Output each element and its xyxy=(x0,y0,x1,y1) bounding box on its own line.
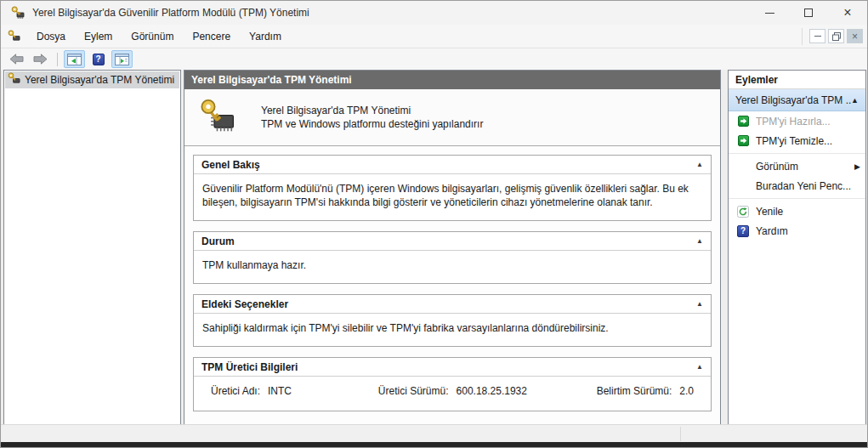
action-arrow-icon xyxy=(738,135,749,146)
help-icon: ? xyxy=(737,225,749,237)
content-header-title: Yerel Bilgisayar'da TPM Yönetimi xyxy=(191,74,352,86)
menu-gorunum[interactable]: Görünüm xyxy=(122,27,183,46)
mdi-window-controls: × xyxy=(802,28,867,45)
section-status: Durum ▲ TPM kullanmaya hazır. xyxy=(193,231,712,284)
section-manufacturer-info-header[interactable]: TPM Üretici Bilgileri ▲ xyxy=(194,358,711,377)
section-available-options-body: Sahipliği kaldırmak için TPM'yi silebili… xyxy=(194,314,711,346)
title-bar: Yerel Bilgisayar'da Güvenilir Platform M… xyxy=(1,1,867,25)
mdi-close-button[interactable]: × xyxy=(847,29,863,43)
console-body: Yerel Bilgisayar'da TPM Yönetimi Yerel B… xyxy=(1,70,868,426)
action-clear-tpm[interactable]: TPM'yi Temizle... xyxy=(729,131,865,150)
action-refresh[interactable]: Yenile xyxy=(729,201,865,221)
forward-icon xyxy=(32,53,48,65)
action-help[interactable]: ? Yardım xyxy=(729,221,865,241)
actions-group-label: Yerel Bilgisayar'da TPM ... xyxy=(735,94,851,106)
action-label: Yardım xyxy=(756,225,788,237)
menu-eylem[interactable]: Eylem xyxy=(75,27,122,46)
mdi-minimize-button[interactable] xyxy=(809,29,825,43)
banner-title: Yerel Bilgisayar'da TPM Yönetimi xyxy=(261,104,483,117)
back-button[interactable] xyxy=(6,50,27,68)
minimize-button[interactable] xyxy=(750,1,789,25)
action-label: Görünüm xyxy=(756,161,798,173)
section-overview-body: Güvenilir Platform Modülü'nü (TPM) içere… xyxy=(194,174,711,220)
toolbar: ? xyxy=(1,48,867,71)
tpm-key-icon xyxy=(11,6,25,20)
console-tree-pane: Yerel Bilgisayar'da TPM Yönetimi xyxy=(3,70,181,426)
section-title: Genel Bakış xyxy=(201,159,260,171)
forward-button[interactable] xyxy=(30,50,51,68)
mdi-restore-button[interactable] xyxy=(828,29,844,43)
close-button[interactable]: × xyxy=(828,1,867,25)
actions-group-header[interactable]: Yerel Bilgisayar'da TPM ... ▲ xyxy=(729,89,865,111)
tpm-management-window: Yerel Bilgisayar'da Güvenilir Platform M… xyxy=(0,0,868,448)
actions-pane-header: Eylemler xyxy=(729,71,865,89)
tree-item-tpm-management[interactable]: Yerel Bilgisayar'da TPM Yönetimi xyxy=(5,71,179,88)
section-status-header[interactable]: Durum ▲ xyxy=(194,232,711,251)
window-title: Yerel Bilgisayar'da Güvenilir Platform M… xyxy=(32,7,309,19)
collapse-arrow-icon[interactable]: ▲ xyxy=(696,237,703,245)
show-hide-action-pane-button[interactable] xyxy=(111,50,133,68)
status-bar xyxy=(1,424,868,442)
minimize-icon xyxy=(765,13,774,14)
close-icon: × xyxy=(843,6,851,20)
section-overview: Genel Bakış ▲ Güvenilir Platform Modülü'… xyxy=(193,155,712,221)
action-label: TPM'yi Hazırla... xyxy=(756,116,831,128)
collapse-arrow-icon[interactable]: ▲ xyxy=(851,96,859,105)
tpm-key-icon-small xyxy=(8,30,20,43)
submenu-arrow-icon: ▶ xyxy=(854,162,860,171)
action-arrow-icon xyxy=(738,116,749,127)
tpm-banner: Yerel Bilgisayar'da TPM Yönetimi TPM ve … xyxy=(184,89,720,146)
manufacturer-info-row: Üretici Adı:INTC Üretici Sürümü:600.18.2… xyxy=(194,377,711,411)
actions-pane: Eylemler Yerel Bilgisayar'da TPM ... ▲ T… xyxy=(728,70,866,426)
show-hide-action-pane-icon xyxy=(115,54,129,65)
tpm-key-icon xyxy=(8,72,20,88)
show-hide-console-tree-icon xyxy=(67,54,82,65)
refresh-icon xyxy=(737,206,749,218)
action-prepare-tpm[interactable]: TPM'yi Hazırla... xyxy=(729,111,865,131)
show-hide-console-tree-button[interactable] xyxy=(64,50,85,68)
manufacturer-version-label: Üretici Sürümü: xyxy=(378,385,449,397)
manufacturer-version-value: 600.18.25.1932 xyxy=(457,385,527,397)
menu-dosya[interactable]: Dosya xyxy=(27,27,75,46)
collapse-arrow-icon[interactable]: ▲ xyxy=(696,161,703,168)
collapse-arrow-icon[interactable]: ▲ xyxy=(696,300,703,308)
help-button[interactable]: ? xyxy=(88,50,109,68)
back-icon xyxy=(9,53,25,65)
content-header-bar: Yerel Bilgisayar'da TPM Yönetimi xyxy=(184,71,720,89)
section-title: Durum xyxy=(201,235,235,247)
manufacturer-name-field: Üretici Adı:INTC xyxy=(211,385,378,397)
spec-version-label: Belirtim Sürümü: xyxy=(597,385,672,397)
mdi-restore-icon xyxy=(832,32,841,41)
banner-subtitle: TPM ve Windows platformu desteğini yapıl… xyxy=(261,117,483,131)
section-overview-header[interactable]: Genel Bakış ▲ xyxy=(194,156,711,174)
manufacturer-name-label: Üretici Adı: xyxy=(211,385,260,397)
status-bar-divider xyxy=(680,427,681,441)
collapse-arrow-icon[interactable]: ▲ xyxy=(696,363,703,371)
menu-pencere[interactable]: Pencere xyxy=(183,27,240,46)
tpm-key-chip-icon xyxy=(200,99,235,137)
maximize-button[interactable] xyxy=(789,1,828,25)
spec-version-value: 2.0 xyxy=(679,385,694,397)
action-label: Buradan Yeni Penc... xyxy=(756,180,851,192)
action-label: TPM'yi Temizle... xyxy=(756,135,832,147)
window-bottom-edge xyxy=(1,442,868,447)
actions-separator xyxy=(729,198,865,199)
section-manufacturer-info: TPM Üretici Bilgileri ▲ Üretici Adı:INTC… xyxy=(193,357,712,411)
mdi-close-icon: × xyxy=(852,31,858,43)
action-view[interactable]: Görünüm ▶ xyxy=(729,156,865,176)
maximize-icon xyxy=(804,9,813,17)
main-content-pane: Yerel Bilgisayar'da TPM Yönetimi xyxy=(184,70,721,426)
action-new-window-from-here[interactable]: Buradan Yeni Penc... xyxy=(729,176,865,196)
manufacturer-version-field: Üretici Sürümü:600.18.25.1932 xyxy=(378,385,597,397)
tree-item-label: Yerel Bilgisayar'da TPM Yönetimi xyxy=(25,74,174,86)
menu-yardim[interactable]: Yardım xyxy=(240,27,291,46)
spec-version-field: Belirtim Sürümü:2.0 xyxy=(597,385,701,397)
section-available-options-header[interactable]: Eldeki Seçenekler ▲ xyxy=(194,295,711,314)
manufacturer-name-value: INTC xyxy=(268,385,292,397)
section-title: Eldeki Seçenekler xyxy=(201,298,288,310)
toolbar-separator xyxy=(57,53,58,66)
section-available-options: Eldeki Seçenekler ▲ Sahipliği kaldırmak … xyxy=(193,294,712,347)
section-status-body: TPM kullanmaya hazır. xyxy=(194,251,711,283)
menu-bar: Dosya Eylem Görünüm Pencere Yardım × xyxy=(1,25,867,48)
help-icon: ? xyxy=(93,54,105,65)
